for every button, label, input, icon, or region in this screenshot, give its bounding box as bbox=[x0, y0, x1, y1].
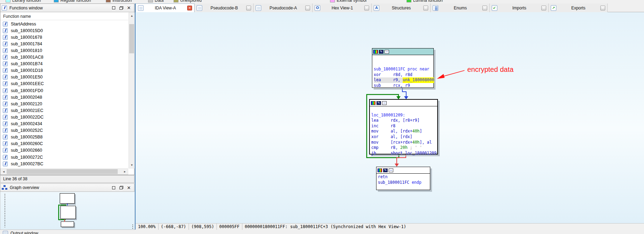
function-name: sub_180002120 bbox=[11, 101, 42, 106]
vertical-scrollbar-thumb[interactable] bbox=[129, 24, 134, 53]
close-button[interactable]: ✕ bbox=[125, 5, 133, 11]
function-list-item[interactable]: fsub_180002660 bbox=[0, 147, 128, 154]
vertical-scrollbar[interactable]: ▲ ▼ bbox=[129, 13, 134, 168]
code-line: cmp r8, 20h ; ' ' bbox=[371, 145, 437, 151]
functions-window-titlebar[interactable]: f Functions window ✕ bbox=[0, 4, 134, 12]
annotation-text: encrypted data bbox=[467, 66, 513, 74]
tab-exports[interactable]: Exports✕ bbox=[549, 3, 608, 12]
edit-node-icon[interactable]: ✎ bbox=[383, 168, 388, 172]
mini-graph-node[interactable] bbox=[60, 206, 76, 219]
tab-close-icon[interactable]: ✕ bbox=[305, 6, 310, 10]
close-button[interactable]: ✕ bbox=[125, 184, 133, 191]
tab-enums[interactable]: Enums✕ bbox=[431, 3, 490, 12]
tab-pseudocode-b[interactable]: Pseudocode-B✕ bbox=[195, 3, 254, 12]
tab-close-icon[interactable]: ✕ bbox=[423, 6, 428, 10]
block-exit[interactable]: ✎⇿retnsub_1800011FC endp bbox=[376, 167, 430, 190]
function-list-item[interactable]: fsub_180001810 bbox=[0, 47, 128, 54]
scroll-down-icon[interactable]: ▼ bbox=[129, 162, 135, 168]
function-icon: f bbox=[3, 95, 8, 100]
graph-status-bar: 100.00%(-668,-87)(908,595)000005FF000000… bbox=[136, 223, 644, 230]
graph-overview-canvas[interactable] bbox=[0, 192, 134, 229]
tab-structures[interactable]: Structures✕ bbox=[372, 3, 431, 12]
function-list-item[interactable]: fsub_18000272C bbox=[0, 154, 128, 160]
code-segment: sub_1800011FC proc near bbox=[374, 67, 429, 72]
tab-pseudocode-a[interactable]: Pseudocode-A✕ bbox=[254, 3, 313, 12]
block-loop[interactable]: ✎⇿loc_180001209:lea rdx, [r8+r9]inc r8mo… bbox=[369, 99, 438, 154]
edit-node-icon[interactable]: ✎ bbox=[376, 101, 381, 105]
function-list-item[interactable]: fsub_180001678 bbox=[0, 34, 128, 40]
node-color-icon[interactable] bbox=[373, 50, 378, 54]
function-name: sub_180001AC8 bbox=[11, 55, 43, 60]
tab-bar: IDA View-A✕Pseudocode-B✕Pseudocode-A✕Hex… bbox=[136, 3, 644, 12]
function-list-item[interactable]: fsub_1800021EC bbox=[0, 107, 128, 114]
mini-graph-node[interactable] bbox=[61, 221, 74, 227]
float-button[interactable] bbox=[117, 5, 125, 11]
block-header[interactable]: ✎⇿ bbox=[372, 48, 433, 55]
edit-node-icon[interactable]: ✎ bbox=[379, 50, 383, 54]
code-line: inc r8 bbox=[371, 123, 437, 129]
tab-imports[interactable]: Imports✕ bbox=[490, 3, 549, 12]
function-list-item[interactable]: fsub_180001EEC bbox=[0, 81, 128, 87]
function-list-item[interactable]: fsub_180002434 bbox=[0, 121, 128, 127]
function-list-item[interactable]: fsub_180001E50 bbox=[0, 74, 128, 81]
block-entry[interactable]: ✎⇿sub_1800011FC proc nearxor r8d, r8dlea… bbox=[372, 48, 434, 88]
function-list-status: Line 36 of 38 bbox=[0, 175, 134, 183]
tab-ida-view-a[interactable]: IDA View-A✕ bbox=[136, 3, 195, 12]
function-name: sub_180001810 bbox=[11, 48, 42, 53]
color-legend-strip: Library functionRegular functionInstruct… bbox=[0, 0, 644, 3]
code-segment: jb short loc_180001209 bbox=[371, 151, 437, 156]
group-nodes-icon[interactable]: ⇿ bbox=[389, 168, 393, 172]
tab-close-icon[interactable]: ✕ bbox=[600, 6, 605, 10]
function-name: sub_18000272C bbox=[11, 155, 43, 160]
function-icon: f bbox=[3, 101, 8, 106]
function-list-item[interactable]: fsub_1800015D0 bbox=[0, 27, 128, 34]
scroll-right-icon[interactable]: ► bbox=[122, 169, 128, 175]
function-list-item[interactable]: fStartAddress bbox=[0, 21, 128, 27]
horizontal-scrollbar-thumb[interactable] bbox=[7, 169, 118, 174]
function-name-column-header[interactable]: Function name bbox=[0, 13, 128, 20]
function-list-item[interactable]: fsub_180001B74 bbox=[0, 61, 128, 67]
function-list-item[interactable]: fsub_18000260C bbox=[0, 141, 128, 147]
node-color-icon[interactable] bbox=[371, 101, 375, 105]
function-list-item[interactable]: fsub_180001784 bbox=[0, 40, 128, 47]
tab-label: Structures bbox=[381, 6, 421, 10]
tab-close-icon[interactable]: ✕ bbox=[364, 6, 369, 10]
function-list-item[interactable]: fsub_180001D18 bbox=[0, 67, 128, 74]
block-header[interactable]: ✎⇿ bbox=[370, 100, 437, 106]
function-list-item[interactable]: fsub_1800022DC bbox=[0, 114, 128, 120]
function-list-item[interactable]: fsub_180001FD0 bbox=[0, 87, 128, 94]
scroll-up-icon[interactable]: ▲ bbox=[129, 13, 135, 19]
block-header[interactable]: ✎⇿ bbox=[376, 167, 430, 174]
maximize-button[interactable] bbox=[110, 5, 117, 11]
code-segment: mov [rcx+rdx+ bbox=[371, 140, 412, 145]
function-icon: f bbox=[3, 61, 8, 66]
graph-overview-titlebar[interactable]: Graph overview ✕ bbox=[0, 183, 134, 192]
tab-label: Imports bbox=[499, 6, 539, 10]
maximize-button[interactable] bbox=[110, 184, 117, 191]
function-icon: f bbox=[3, 48, 8, 53]
group-nodes-icon[interactable]: ⇿ bbox=[385, 50, 389, 54]
tab-close-icon[interactable]: ✕ bbox=[187, 6, 192, 10]
float-button[interactable] bbox=[117, 184, 125, 191]
tab-hex-view-1[interactable]: Hex View-1✕ bbox=[313, 3, 372, 12]
tab-close-icon[interactable]: ✕ bbox=[246, 6, 251, 10]
function-list-item[interactable]: fsub_180002120 bbox=[0, 100, 128, 107]
function-list-item[interactable]: fsub_180001AC8 bbox=[0, 54, 128, 61]
group-nodes-icon[interactable]: ⇿ bbox=[382, 101, 387, 105]
function-list-item[interactable]: fsub_180002048 bbox=[0, 94, 128, 100]
scroll-left-icon[interactable]: ◄ bbox=[1, 169, 7, 175]
function-list-item[interactable]: fsub_1800027BC bbox=[0, 160, 128, 167]
horizontal-scrollbar[interactable]: ◄ ► bbox=[0, 168, 128, 175]
splitter-handle[interactable] bbox=[5, 194, 5, 227]
tab-close-icon[interactable]: ✕ bbox=[482, 6, 487, 10]
code-line: sub_1800011FC proc near bbox=[374, 67, 433, 72]
function-list-item[interactable]: fsub_18000252C bbox=[0, 127, 128, 134]
tab-label: Pseudocode-A bbox=[263, 6, 303, 10]
disassembly-graph-canvas[interactable]: ✎⇿sub_1800011FC proc nearxor r8d, r8dlea… bbox=[136, 12, 644, 223]
mini-graph-node[interactable] bbox=[60, 193, 75, 204]
function-list-item[interactable]: fsub_1800025B8 bbox=[0, 134, 128, 141]
splitter-handle[interactable] bbox=[132, 225, 133, 229]
tab-close-icon[interactable]: ✕ bbox=[541, 6, 546, 10]
node-color-icon[interactable] bbox=[378, 168, 382, 172]
output-window-titlebar[interactable]: Output window bbox=[0, 229, 644, 234]
